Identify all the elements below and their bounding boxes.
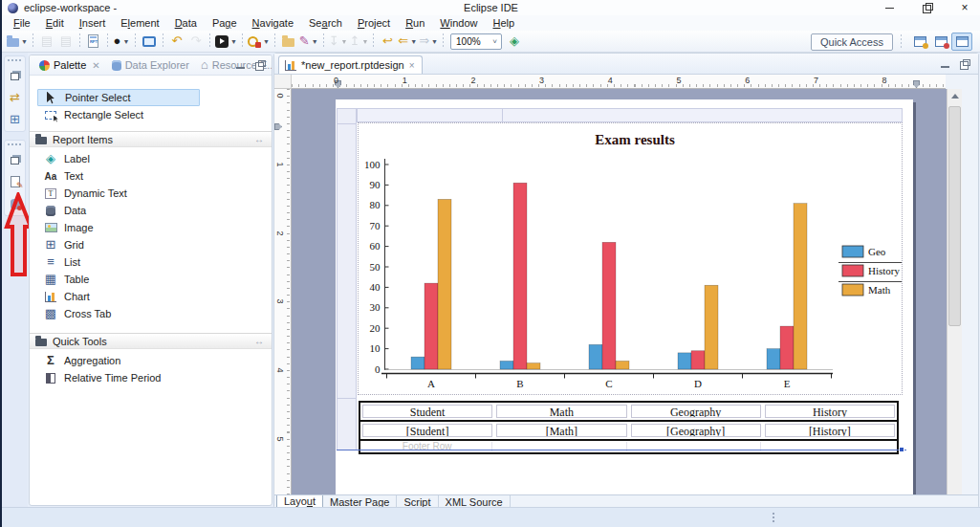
new-datasource-button[interactable]: ▼ bbox=[248, 33, 270, 51]
maximize-icon[interactable] bbox=[922, 2, 933, 13]
menu-help[interactable]: Help bbox=[486, 16, 523, 30]
menu-file[interactable]: File bbox=[6, 16, 38, 30]
editor-tab-new-report[interactable]: *new_report.rptdesign × bbox=[278, 55, 423, 74]
chevron-down-icon: ˅ bbox=[492, 37, 501, 46]
grid-cell[interactable] bbox=[502, 108, 903, 122]
palette-item-data[interactable]: Data bbox=[30, 202, 272, 219]
open-perspective-button[interactable] bbox=[909, 33, 930, 51]
open-file-button[interactable] bbox=[280, 33, 297, 51]
menu-project[interactable]: Project bbox=[350, 16, 398, 30]
menu-data[interactable]: Data bbox=[167, 16, 205, 30]
palette-item-list[interactable]: ≡List bbox=[30, 253, 272, 271]
goto-marker-button[interactable]: ◈ bbox=[506, 33, 523, 51]
undo-button[interactable]: ↶ bbox=[168, 33, 185, 51]
dropdown-arrow-icon[interactable]: ▼ bbox=[431, 38, 438, 45]
grid-row-handle[interactable] bbox=[337, 108, 357, 450]
data-source-view-button[interactable] bbox=[6, 196, 25, 211]
palette-item-text[interactable]: AaText bbox=[30, 167, 272, 185]
table-cell[interactable]: Student bbox=[362, 405, 492, 418]
menu-insert[interactable]: Insert bbox=[72, 16, 114, 30]
table-cell[interactable]: [Math] bbox=[496, 424, 626, 437]
palette-tool-rectangle-select[interactable]: Rectangle Select bbox=[30, 106, 272, 123]
menu-page[interactable]: Page bbox=[205, 16, 245, 30]
zoom-level-select[interactable]: 100%˅ bbox=[450, 33, 502, 50]
palette-item-relative-time-period[interactable]: Relative Time Period bbox=[30, 369, 272, 386]
minimize-editor-icon[interactable] bbox=[940, 58, 951, 69]
palette-item-table[interactable]: ▦Table bbox=[30, 271, 272, 288]
menu-window[interactable]: Window bbox=[432, 16, 485, 30]
new-report-wizard-button[interactable] bbox=[85, 33, 102, 51]
scrollbar-thumb[interactable] bbox=[948, 106, 961, 326]
dropdown-arrow-icon[interactable]: ▼ bbox=[361, 38, 368, 45]
collapse-icon[interactable]: ↔ bbox=[254, 134, 264, 144]
dropdown-arrow-icon[interactable]: ▼ bbox=[263, 38, 270, 45]
palette-item-cross-tab[interactable]: ▩Cross Tab bbox=[30, 305, 272, 322]
restore-view-button-2[interactable] bbox=[6, 152, 25, 167]
table-cell[interactable]: [Student] bbox=[362, 424, 492, 437]
table-cell[interactable]: [Geography] bbox=[631, 424, 761, 437]
palette-item-label[interactable]: ◈Label bbox=[30, 150, 272, 167]
table-cell[interactable]: Math bbox=[496, 405, 626, 418]
other-perspective-button[interactable] bbox=[930, 33, 951, 51]
scroll-up-icon[interactable] bbox=[949, 91, 960, 101]
link-with-editor-button[interactable]: ⇄ bbox=[6, 90, 25, 105]
tab-palette[interactable]: Palette✕ bbox=[33, 57, 106, 73]
table-cell[interactable]: Geography bbox=[631, 405, 761, 418]
minimize-icon[interactable] bbox=[884, 2, 896, 13]
y-tick-label: 50 bbox=[370, 261, 381, 273]
palette-item-dynamic-text[interactable]: TDynamic Text bbox=[30, 185, 272, 202]
report-table[interactable]: StudentMathGeographyHistory[Student][Mat… bbox=[359, 401, 899, 454]
dropdown-arrow-icon[interactable]: ▼ bbox=[21, 38, 28, 45]
report-chart[interactable]: Exam results0102030405060708090100ABCDEG… bbox=[358, 122, 903, 395]
palette-tool-pointer-select[interactable]: Pointer Select bbox=[37, 89, 200, 106]
menu-navigate[interactable]: Navigate bbox=[245, 16, 301, 30]
dropdown-arrow-icon[interactable]: ▼ bbox=[230, 38, 237, 45]
view-report-web-button[interactable] bbox=[141, 33, 158, 51]
drag-handle[interactable] bbox=[8, 143, 23, 145]
drag-handle[interactable] bbox=[8, 59, 23, 61]
tab-data-explorer[interactable]: Data Explorer bbox=[106, 57, 195, 73]
dropdown-arrow-icon[interactable]: ▼ bbox=[341, 38, 348, 45]
close-tab-icon[interactable]: × bbox=[409, 60, 415, 71]
back-button[interactable]: ⇐▼ bbox=[398, 33, 417, 51]
selection-handle[interactable] bbox=[899, 447, 904, 452]
table-cell[interactable]: [History] bbox=[765, 424, 895, 437]
maximize-editor-icon[interactable] bbox=[959, 58, 970, 69]
palette-item-aggregation[interactable]: ΣAggregation bbox=[30, 352, 272, 369]
close-icon[interactable]: ✕ bbox=[92, 60, 99, 71]
run-button[interactable]: ▼ bbox=[215, 33, 237, 51]
menu-run[interactable]: Run bbox=[398, 16, 432, 30]
menu-edit[interactable]: Edit bbox=[38, 16, 72, 30]
quick-access-button[interactable]: Quick Access bbox=[811, 33, 893, 51]
palette-section-report-items[interactable]: Report Items↔ bbox=[30, 131, 272, 147]
report-design-perspective-button[interactable] bbox=[951, 33, 972, 51]
new-report-button[interactable]: ▼ bbox=[7, 33, 28, 51]
menu-search[interactable]: Search bbox=[301, 16, 350, 30]
table-cell[interactable]: History bbox=[765, 405, 895, 418]
layout-canvas[interactable]: Exam results0102030405060708090100ABCDEG… bbox=[292, 89, 947, 494]
palette-item-grid[interactable]: ⊞Grid bbox=[30, 236, 272, 253]
vertical-scrollbar[interactable] bbox=[947, 89, 962, 494]
dropdown-arrow-icon[interactable]: ▼ bbox=[312, 38, 318, 45]
dropdown-arrow-icon[interactable]: ▼ bbox=[122, 38, 129, 45]
palette-item-chart[interactable]: Chart bbox=[30, 288, 272, 305]
palette-section-quick-tools[interactable]: Quick Tools↔ bbox=[30, 333, 272, 349]
close-icon[interactable]: × bbox=[959, 2, 970, 13]
restore-view-button[interactable] bbox=[6, 68, 25, 83]
maximize-view-icon[interactable] bbox=[254, 59, 266, 70]
report-page[interactable]: Exam results0102030405060708090100ABCDEG… bbox=[336, 99, 913, 494]
minimize-view-icon[interactable] bbox=[235, 59, 247, 70]
top-margin-marker[interactable] bbox=[274, 123, 282, 130]
menu-element[interactable]: Element bbox=[113, 16, 166, 30]
status-grip[interactable] bbox=[773, 513, 774, 523]
report-design-view-button[interactable] bbox=[6, 174, 25, 189]
preview-report-button[interactable]: ●▼ bbox=[113, 33, 130, 51]
dropdown-arrow-icon[interactable]: ▼ bbox=[410, 38, 417, 45]
grid-cell[interactable] bbox=[357, 108, 503, 122]
outline-view-button[interactable]: ⊞ bbox=[6, 112, 25, 127]
back-history-button[interactable]: ↩ bbox=[379, 33, 396, 51]
highlight-button[interactable]: ✎▼ bbox=[299, 33, 318, 51]
collapse-icon[interactable]: ↔ bbox=[254, 336, 264, 346]
forward-button[interactable]: ⇒▼ bbox=[419, 33, 438, 51]
palette-item-image[interactable]: Image bbox=[30, 219, 272, 236]
